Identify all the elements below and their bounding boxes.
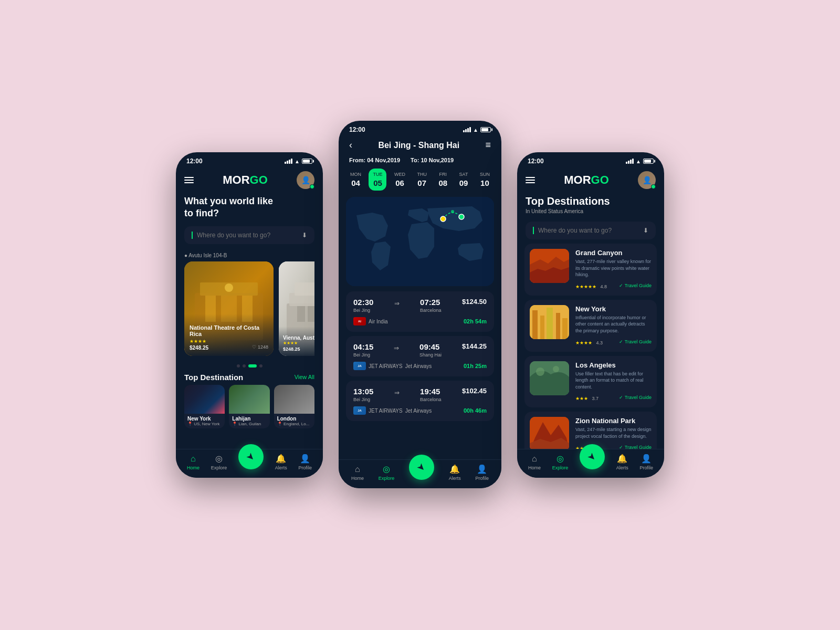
nav-home-center-label: Home bbox=[351, 476, 364, 481]
avatar-wrap-right[interactable]: 👤 bbox=[638, 171, 656, 189]
arr-info-3: 19:45 Barcelona bbox=[420, 387, 442, 402]
flight-card-3[interactable]: 13:05 Bei Jing ⇒ 19:45 Barcelona $102.45… bbox=[346, 381, 494, 421]
card-main[interactable]: National Theatre of Costa Rica ★★★★ $248… bbox=[184, 261, 274, 356]
explore-icon-right: ◎ bbox=[556, 454, 564, 464]
nav-explore-left[interactable]: ◎ Explore bbox=[211, 454, 227, 470]
search-input-right[interactable] bbox=[538, 227, 639, 234]
avatar-online-dot bbox=[310, 184, 314, 189]
nav-explore-right[interactable]: ◎ Explore bbox=[552, 454, 569, 470]
nav-home-left[interactable]: ⌂ Home bbox=[187, 454, 200, 470]
top-dest-title: Top Destinations bbox=[517, 193, 664, 208]
nav-home-right[interactable]: ⌂ Home bbox=[528, 454, 541, 470]
nav-home-center[interactable]: ⌂ Home bbox=[351, 465, 364, 481]
profile-icon-center: 👤 bbox=[477, 464, 487, 474]
avatar-online-dot-right bbox=[651, 184, 656, 189]
dest-img-lah bbox=[229, 385, 269, 414]
airline-3: JA JET AIRWAYS Jet Airways bbox=[353, 406, 432, 415]
flight-card-1[interactable]: 02:30 Bei Jing ⇒ 07:25 Barcelona $124.50… bbox=[346, 291, 494, 332]
airline-icon-1: AI bbox=[353, 317, 366, 326]
alerts-icon-right: 🔔 bbox=[617, 454, 627, 464]
time-left: 12:00 bbox=[186, 158, 203, 165]
cal-day-07[interactable]: THU 07 bbox=[413, 169, 431, 191]
profile-icon: 👤 bbox=[300, 454, 310, 464]
travel-guide-btn-la[interactable]: ✓ Travel Guide bbox=[619, 395, 652, 400]
nav-center-btn-center[interactable]: ➤ bbox=[409, 455, 434, 480]
nav-center-btn-left[interactable]: ➤ bbox=[238, 444, 264, 469]
travel-guide-btn-gc[interactable]: ✓ Travel Guide bbox=[619, 283, 652, 288]
svg-rect-21 bbox=[547, 308, 553, 339]
nav-explore-center-label: Explore bbox=[379, 476, 395, 481]
nav-profile-center-label: Profile bbox=[476, 476, 489, 481]
home-icon: ⌂ bbox=[191, 454, 196, 464]
menu-button[interactable] bbox=[184, 177, 194, 183]
signal-icon-right bbox=[626, 159, 634, 164]
mic-icon-right[interactable]: ⬇ bbox=[643, 227, 648, 234]
dep-info-3: 13:05 Bei Jing bbox=[353, 387, 373, 402]
nav-alerts-left[interactable]: 🔔 Alerts bbox=[275, 454, 287, 470]
dest-item-la[interactable]: Los Angeles Use filler text that has be … bbox=[524, 356, 657, 408]
nav-explore-center[interactable]: ◎ Explore bbox=[379, 464, 395, 481]
dot-1[interactable] bbox=[237, 364, 240, 368]
cal-day-10[interactable]: SUN 10 bbox=[476, 169, 494, 191]
center-title: Bei Jing - Shang Hai bbox=[378, 141, 459, 150]
card-secondary[interactable]: Vienna, Austria ★★★★ $248.25 bbox=[279, 261, 314, 356]
svg-point-15 bbox=[459, 214, 464, 219]
airline-2: JA JET AIRWAYS Jet Airways bbox=[353, 362, 432, 370]
mic-icon[interactable]: ⬇ bbox=[302, 232, 307, 239]
home-icon-right: ⌂ bbox=[532, 454, 537, 464]
svg-point-25 bbox=[536, 368, 544, 376]
travel-guide-btn-ny[interactable]: ✓ Travel Guide bbox=[619, 339, 652, 344]
cal-day-05[interactable]: TUE 05 bbox=[369, 169, 386, 191]
cal-day-08[interactable]: FRI 08 bbox=[434, 169, 452, 191]
flight-card-2[interactable]: 04:15 Bei Jing ⇒ 09:45 Shang Hai $144.25… bbox=[346, 336, 494, 376]
svg-point-16 bbox=[451, 210, 454, 213]
dest-card-lah[interactable]: Lahijan 📍 Lian, Guilan bbox=[229, 385, 269, 428]
signal-icon bbox=[285, 159, 292, 164]
nav-alerts-center[interactable]: 🔔 Alerts bbox=[449, 464, 461, 481]
dest-card-ny[interactable]: New York 📍 US, New York bbox=[184, 385, 225, 428]
date-to: To: 10 Nov,2019 bbox=[411, 157, 454, 163]
dest-item-ny[interactable]: New York Influential of incorporate humo… bbox=[524, 300, 657, 352]
flight-arrow-2: ⇒ bbox=[394, 344, 399, 352]
nav-profile-right[interactable]: 👤 Profile bbox=[640, 454, 654, 470]
svg-rect-22 bbox=[556, 313, 560, 339]
airline-1: AI Air India bbox=[353, 317, 388, 326]
search-bar-right[interactable]: ⬇ bbox=[526, 222, 656, 239]
top-dest-section: Top Destinations In United Status Americ… bbox=[517, 191, 664, 217]
dot-4[interactable] bbox=[259, 364, 262, 368]
app-header-right: MORGO 👤 bbox=[517, 167, 664, 191]
svg-point-6 bbox=[225, 284, 233, 292]
hamburger-button[interactable]: ≡ bbox=[485, 140, 491, 151]
dest-row: New York 📍 US, New York Lahijan 📍 Lian, … bbox=[176, 385, 323, 428]
arrow-icon-center: ➤ bbox=[415, 460, 428, 474]
nav-center-btn-right[interactable]: ➤ bbox=[580, 444, 605, 469]
dest-img-lon bbox=[274, 385, 314, 414]
search-input-left[interactable] bbox=[197, 232, 298, 239]
explore-icon: ◎ bbox=[215, 454, 223, 464]
map-section bbox=[346, 197, 494, 286]
dest-item-gc[interactable]: Grand Canyon Vast, 277-mile river valley… bbox=[524, 244, 657, 296]
dest-bottom-ny: ★★★★ 4.3 ✓ Travel Guide bbox=[575, 337, 652, 346]
dot-3[interactable] bbox=[248, 364, 257, 368]
back-button[interactable]: ‹ bbox=[349, 140, 352, 151]
flight-bottom-3: JA JET AIRWAYS Jet Airways 00h 46m bbox=[353, 406, 487, 415]
rating-ny: ★★★★ 4.3 bbox=[575, 337, 603, 346]
nav-alerts-right[interactable]: 🔔 Alerts bbox=[616, 454, 628, 470]
nav-profile-center[interactable]: 👤 Profile bbox=[476, 464, 489, 481]
center-phone: 12:00 ▲ ‹ Bei Jing - Shang Hai ≡ From: 0… bbox=[339, 121, 501, 488]
dest-content-la: Los Angeles Use filler text that has be … bbox=[575, 361, 652, 403]
cal-day-09[interactable]: SAT 09 bbox=[455, 169, 472, 191]
top-dest-header: Top Destination View All bbox=[176, 370, 323, 385]
dest-card-lon[interactable]: London 📍 England, Lo... bbox=[274, 385, 314, 428]
cal-day-06[interactable]: WED 06 bbox=[390, 169, 410, 191]
menu-button-right[interactable] bbox=[526, 177, 535, 183]
cal-day-04[interactable]: MON 04 bbox=[346, 169, 365, 191]
svg-point-14 bbox=[440, 216, 446, 222]
dot-2[interactable] bbox=[243, 364, 246, 368]
avatar-wrap[interactable]: 👤 bbox=[297, 171, 314, 189]
nav-profile-left[interactable]: 👤 Profile bbox=[299, 454, 312, 470]
battery-icon-center bbox=[480, 127, 491, 132]
right-phone: 12:00 ▲ MORGO 👤 bbox=[517, 152, 664, 478]
dest-bottom-la: ★★★ 3.7 ✓ Travel Guide bbox=[575, 393, 652, 402]
search-bar-left[interactable]: ⬇ bbox=[184, 226, 314, 244]
